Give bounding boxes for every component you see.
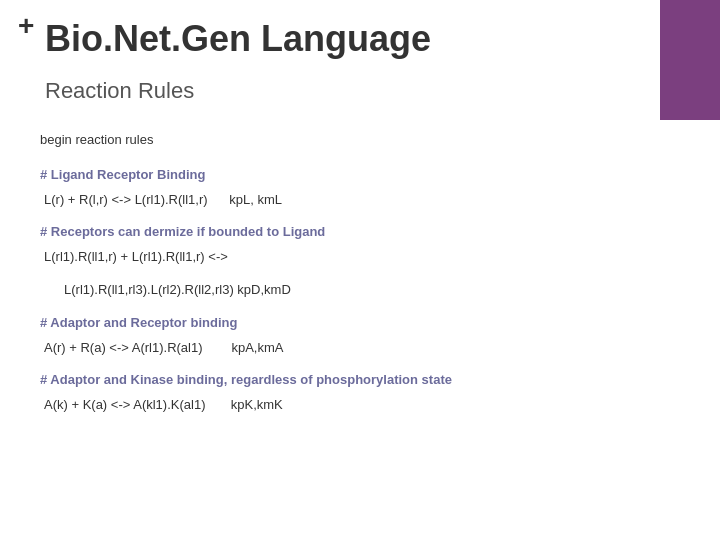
purple-accent-bar	[660, 0, 720, 120]
code-receptors-dermize-1: L(rl1).R(ll1,r) + L(rl1).R(ll1,r) <->	[40, 247, 650, 268]
page-title: Bio.Net.Gen Language	[45, 18, 431, 60]
slide-container: + Bio.Net.Gen Language Reaction Rules be…	[0, 0, 720, 540]
code-adaptor-receptor: A(r) + R(a) <-> A(rl1).R(al1) kpA,kmA	[40, 338, 650, 359]
code-adaptor-kinase: A(k) + K(a) <-> A(kl1).K(al1) kpK,kmK	[40, 395, 650, 416]
plus-icon: +	[18, 10, 34, 42]
comment-adaptor-receptor: # Adaptor and Receptor binding	[40, 313, 650, 334]
code-ligand-binding: L(r) + R(l,r) <-> L(rl1).R(ll1,r) kpL, k…	[40, 190, 650, 211]
comment-adaptor-kinase: # Adaptor and Kinase binding, regardless…	[40, 370, 650, 391]
comment-receptors-dermize: # Receptors can dermize if bounded to Li…	[40, 222, 650, 243]
content-area: begin reaction rules # Ligand Receptor B…	[40, 130, 650, 428]
page-subtitle: Reaction Rules	[45, 78, 194, 104]
code-receptors-dermize-2: L(rl1).R(ll1,rl3).L(rl2).R(ll2,rl3) kpD,…	[40, 280, 650, 301]
begin-rules-label: begin reaction rules	[40, 130, 650, 151]
comment-ligand-binding: # Ligand Receptor Binding	[40, 165, 650, 186]
